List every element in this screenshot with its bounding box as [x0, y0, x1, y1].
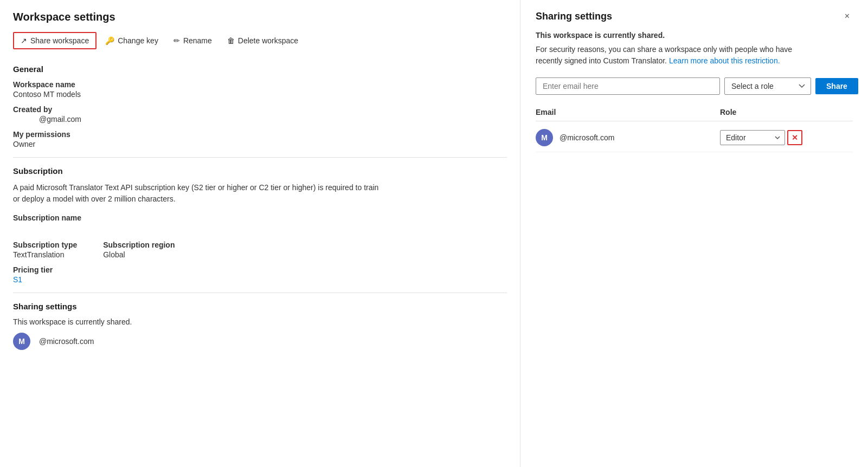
rename-label: Rename: [183, 36, 212, 45]
share-workspace-button[interactable]: ↗ Share workspace: [13, 32, 97, 49]
subscription-region-col: Subscription region Global: [103, 241, 175, 259]
change-key-label: Change key: [118, 36, 158, 45]
sharing-section-title: Sharing settings: [13, 302, 507, 311]
avatar: M: [536, 129, 553, 146]
delete-workspace-button[interactable]: 🗑 Delete workspace: [221, 33, 305, 48]
email-input[interactable]: [536, 77, 720, 95]
shared-user-email: @microsoft.com: [39, 337, 94, 346]
general-section-title: General: [13, 64, 507, 74]
delete-workspace-label: Delete workspace: [238, 36, 298, 45]
page-title: Workspace settings: [13, 11, 507, 23]
sharing-section-left: Sharing settings This workspace is curre…: [13, 302, 507, 350]
role-actions: EditorViewerOwner✕: [720, 130, 853, 145]
share-workspace-label: Share workspace: [30, 36, 89, 45]
sharing-status-text: This workspace is currently shared.: [13, 317, 507, 326]
share-form: Select a role Editor Viewer Owner Share: [536, 77, 853, 95]
pencil-icon: ✏: [173, 36, 180, 45]
shared-user-row: M @microsoft.com: [13, 333, 507, 350]
sharing-description: For security reasons, you can share a wo…: [536, 44, 818, 67]
toolbar: ↗ Share workspace 🔑 Change key ✏ Rename …: [13, 32, 507, 51]
right-shared-status: This workspace is currently shared.: [536, 31, 853, 40]
pricing-tier-label: Pricing tier: [13, 265, 507, 274]
panel-header: Sharing settings ×: [536, 11, 853, 22]
subscription-section-title: Subscription: [13, 166, 507, 176]
subscription-description: A paid Microsoft Translator Text API sub…: [13, 182, 382, 205]
close-button[interactable]: ×: [841, 11, 853, 22]
rename-button[interactable]: ✏ Rename: [167, 33, 218, 48]
remove-user-button[interactable]: ✕: [787, 130, 802, 145]
subscription-type-region-row: Subscription type TextTranslation Subscr…: [13, 241, 507, 259]
user-email: @microsoft.com: [560, 133, 614, 142]
subscription-section: Subscription A paid Microsoft Translator…: [13, 166, 507, 284]
avatar: M: [13, 333, 30, 350]
left-panel: Workspace settings ↗ Share workspace 🔑 C…: [0, 0, 520, 467]
subscription-type-value: TextTranslation: [13, 250, 77, 259]
shared-users-list: M@microsoft.comEditorViewerOwner✕: [536, 124, 853, 152]
table-header-email: Email: [536, 108, 720, 116]
general-section: General Workspace name Contoso MT models…: [13, 64, 507, 148]
right-panel: Sharing settings × This workspace is cur…: [520, 0, 868, 467]
subscription-region-value: Global: [103, 250, 175, 259]
created-by-label: Created by: [13, 105, 507, 114]
share-icon: ↗: [21, 36, 27, 45]
workspace-name-value: Contoso MT models: [13, 90, 507, 99]
table-header: Email Role: [536, 108, 853, 121]
table-header-role: Role: [720, 108, 853, 116]
workspace-name-label: Workspace name: [13, 80, 507, 89]
divider-2: [13, 293, 507, 293]
user-info: M@microsoft.com: [536, 129, 720, 146]
subscription-name-value: [13, 223, 507, 234]
subscription-region-label: Subscription region: [103, 241, 175, 249]
role-select-dropdown[interactable]: Select a role Editor Viewer Owner: [724, 77, 811, 95]
trash-icon: 🗑: [227, 36, 235, 45]
subscription-type-col: Subscription type TextTranslation: [13, 241, 77, 259]
learn-more-link[interactable]: Learn more about this restriction.: [669, 56, 780, 65]
pricing-tier-block: Pricing tier S1: [13, 265, 507, 284]
share-button[interactable]: Share: [815, 78, 858, 94]
pricing-tier-value: S1: [13, 275, 507, 284]
my-permissions-value: Owner: [13, 140, 507, 148]
table-row: M@microsoft.comEditorViewerOwner✕: [536, 124, 853, 152]
change-key-button[interactable]: 🔑 Change key: [99, 33, 165, 48]
subscription-type-label: Subscription type: [13, 241, 77, 249]
role-select-inline[interactable]: EditorViewerOwner: [720, 130, 785, 145]
my-permissions-label: My permissions: [13, 130, 507, 139]
panel-title: Sharing settings: [536, 11, 612, 22]
created-by-value: @gmail.com: [13, 115, 507, 124]
key-icon: 🔑: [105, 36, 114, 45]
subscription-name-label: Subscription name: [13, 213, 507, 222]
divider-1: [13, 157, 507, 158]
